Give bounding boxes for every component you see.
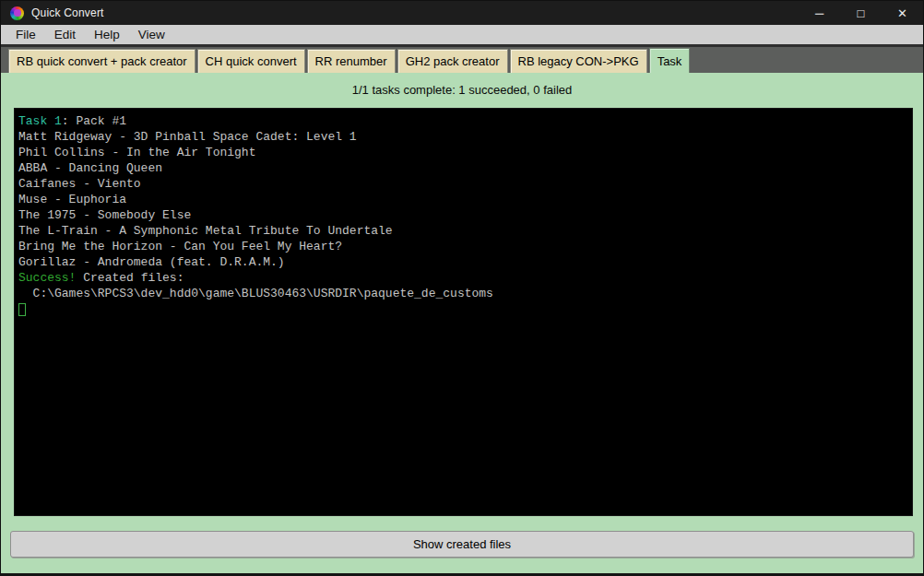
terminal-text-segment: Bring Me the Horizon - Can You Feel My H… xyxy=(18,240,342,253)
tab-gh2-pack-creator[interactable]: GH2 pack creator xyxy=(397,49,508,73)
title-bar: Quick Convert ─ □ ✕ xyxy=(1,1,923,25)
tab-rb-legacy-con-pkg[interactable]: RB legacy CON->PKG xyxy=(510,49,647,73)
minimize-icon[interactable]: ─ xyxy=(799,1,840,25)
terminal-text-segment: Task 1 xyxy=(18,114,62,128)
menu-item-edit[interactable]: Edit xyxy=(45,25,85,44)
menu-item-help[interactable]: Help xyxy=(85,25,129,44)
terminal-cursor xyxy=(18,303,26,316)
tab-task[interactable]: Task xyxy=(649,48,691,73)
terminal-line: The L-Train - A Symphonic Metal Tribute … xyxy=(18,223,908,239)
terminal-text-segment: Matt Ridgeway - 3D Pinball Space Cadet: … xyxy=(18,130,357,144)
terminal-text-segment: Caifanes - Viento xyxy=(18,177,141,191)
terminal-line: Gorillaz - Andromeda (feat. D.R.A.M.) xyxy=(18,254,908,270)
task-panel: 1/1 tasks complete: 1 succeeded, 0 faile… xyxy=(1,73,923,573)
menu-item-file[interactable]: File xyxy=(6,25,45,44)
terminal-line: Success! Created files: xyxy=(18,270,908,286)
close-icon[interactable]: ✕ xyxy=(882,1,923,25)
terminal-line: Muse - Euphoria xyxy=(18,192,908,207)
tab-bar: RB quick convert + pack creatorCH quick … xyxy=(1,47,923,73)
terminal-text-segment: The L-Train - A Symphonic Metal Tribute … xyxy=(18,224,393,238)
terminal-cursor-line xyxy=(18,301,908,321)
terminal-line: Bring Me the Horizon - Can You Feel My H… xyxy=(18,239,908,254)
terminal-output: Task 1: Pack #1Matt Ridgeway - 3D Pinbal… xyxy=(14,108,913,516)
terminal-line: Matt Ridgeway - 3D Pinball Space Cadet: … xyxy=(18,129,908,145)
terminal-text-segment: Created files: xyxy=(76,271,184,285)
tab-rb-quick-convert-pack-creator[interactable]: RB quick convert + pack creator xyxy=(8,49,195,73)
terminal-line: Phil Collins - In the Air Tonight xyxy=(18,145,908,160)
tab-ch-quick-convert[interactable]: CH quick convert xyxy=(197,49,305,73)
terminal-text-segment: Gorillaz - Andromeda (feat. D.R.A.M.) xyxy=(18,255,285,269)
terminal-text-segment: Phil Collins - In the Air Tonight xyxy=(18,146,255,159)
terminal-text-segment: Success! xyxy=(18,271,76,285)
app-window: Quick Convert ─ □ ✕ FileEditHelpView RB … xyxy=(0,0,924,576)
task-status-label: 1/1 tasks complete: 1 succeeded, 0 faile… xyxy=(1,83,923,97)
terminal-text-segment: C:\Games\RPCS3\dev_hdd0\game\BLUS30463\U… xyxy=(18,287,493,300)
show-created-files-button[interactable]: Show created files xyxy=(10,531,914,558)
menu-bar: FileEditHelpView xyxy=(1,25,923,47)
terminal-line: ABBA - Dancing Queen xyxy=(18,160,908,176)
tab-rr-renumber[interactable]: RR renumber xyxy=(307,49,396,73)
terminal-text-segment: : Pack #1 xyxy=(62,114,126,128)
terminal-line: The 1975 - Somebody Else xyxy=(18,207,908,223)
terminal-text-segment: Muse - Euphoria xyxy=(18,193,126,206)
terminal-line: Caifanes - Viento xyxy=(18,176,908,192)
terminal-line: C:\Games\RPCS3\dev_hdd0\game\BLUS30463\U… xyxy=(18,286,908,301)
terminal-line: Task 1: Pack #1 xyxy=(18,113,908,129)
maximize-icon[interactable]: □ xyxy=(840,1,882,25)
terminal-text-segment: ABBA - Dancing Queen xyxy=(18,161,162,175)
window-title: Quick Convert xyxy=(31,6,104,19)
terminal-text-segment: The 1975 - Somebody Else xyxy=(18,208,191,222)
app-icon xyxy=(10,6,24,20)
menu-item-view[interactable]: View xyxy=(129,25,174,44)
